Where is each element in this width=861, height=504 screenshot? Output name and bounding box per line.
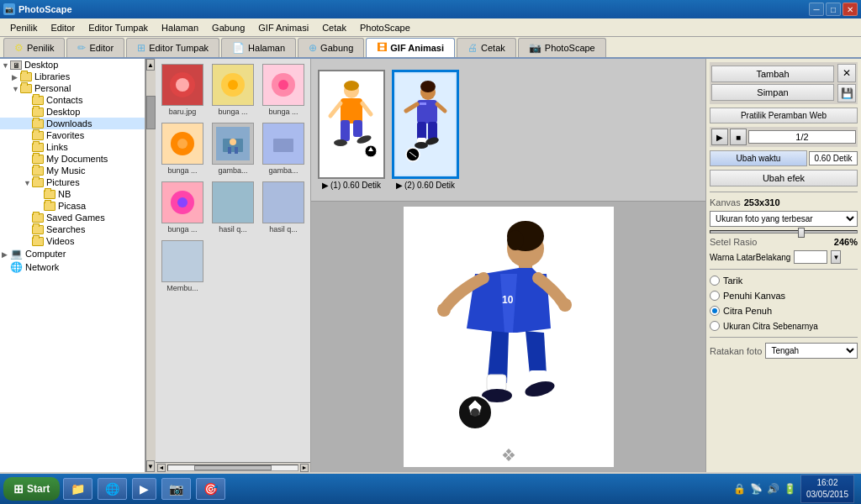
color-swatch[interactable] (794, 250, 827, 264)
color-dropdown-arrow[interactable]: ▼ (831, 250, 841, 264)
thumbnail-label: Membu... (161, 284, 204, 292)
menu-cetak[interactable]: Cetak (315, 21, 353, 34)
radio-ukuran-dot[interactable] (710, 321, 720, 331)
tree-item-saved-games[interactable]: Saved Games (0, 212, 145, 223)
tab-photoscape[interactable]: 📷 PhotoScape (518, 38, 606, 57)
tab-editor-tumpak[interactable]: ⊞ Editor Tumpak (126, 38, 219, 57)
tree-item-downloads[interactable]: Downloads (0, 118, 145, 129)
taskbar-app-explorer[interactable]: 📁 (63, 478, 92, 500)
list-item[interactable]: gamba... (260, 121, 307, 176)
tab-editor[interactable]: ✏ Editor (66, 38, 124, 57)
firefox-icon: 🌐 (105, 482, 119, 496)
radio-ukuran[interactable]: Ukuran Citra Sebenarnya (710, 320, 858, 332)
tray-icon-3[interactable]: 🔊 (767, 482, 780, 496)
taskbar-app-media[interactable]: ▶ (132, 478, 156, 500)
list-item[interactable]: gamba... (209, 121, 256, 176)
tree-item-pictures[interactable]: ▼ Pictures (0, 176, 145, 188)
hscroll-track[interactable] (167, 465, 298, 471)
align-dropdown[interactable]: Tengah Kiri Atas Kanan Atas (765, 343, 858, 359)
hscroll-left[interactable]: ◄ (157, 464, 166, 472)
tree-item-my-music[interactable]: My Music (0, 165, 145, 176)
tray-icon-2[interactable]: 📡 (750, 482, 763, 496)
scroll-thumb[interactable] (146, 96, 156, 129)
svg-point-16 (177, 197, 188, 207)
photo-size-dropdown[interactable]: Ukuran foto yang terbesar Ukuran foto ya… (710, 211, 858, 227)
list-item[interactable]: bunga ... (159, 180, 206, 235)
slider-track[interactable] (710, 230, 858, 234)
menu-penilik[interactable]: Penilik (3, 21, 44, 34)
gif-frame-1[interactable]: ▶ (1) 0.60 Detik (318, 70, 385, 190)
pratilik-button[interactable]: Pratilik Peramban Web (710, 108, 858, 123)
list-item[interactable]: bunga ... (159, 121, 206, 176)
clock[interactable]: 16:02 03/05/2015 (800, 475, 854, 503)
scroll-up-btn[interactable]: ▲ (146, 59, 155, 71)
tree-item-my-documents[interactable]: My Documents (0, 153, 145, 165)
list-item[interactable]: hasil q... (209, 180, 256, 235)
thumb-hscrollbar[interactable]: ◄ ► (156, 462, 310, 472)
delete-icon-button[interactable]: ✕ (837, 64, 856, 82)
tree-item-desktop-sub[interactable]: Desktop (0, 106, 145, 118)
list-item[interactable]: Membu... (159, 239, 206, 294)
close-button[interactable]: ✕ (843, 3, 858, 16)
menu-photoscape[interactable]: PhotoScape (353, 21, 417, 34)
tab-penilik[interactable]: ⚙ Penilik (3, 38, 65, 57)
minimize-button[interactable]: ─ (809, 3, 824, 16)
svg-rect-18 (267, 186, 300, 219)
slider-thumb[interactable] (798, 228, 805, 238)
menu-editor-tumpak[interactable]: Editor Tumpak (82, 21, 155, 34)
maximize-button[interactable]: □ (826, 3, 841, 16)
ubah-efek-button[interactable]: Ubah efek (710, 170, 858, 186)
taskbar-app-extra[interactable]: 🎯 (196, 478, 225, 500)
radio-penuhi-dot[interactable] (710, 291, 720, 301)
tree-item-computer[interactable]: ▶ 💻 Computer (0, 247, 145, 260)
tree-item-searches[interactable]: Searches (0, 223, 145, 235)
start-button[interactable]: ⊞ Start (3, 477, 60, 501)
taskbar-app-firefox[interactable]: 🌐 (98, 478, 127, 500)
menu-editor[interactable]: Editor (44, 21, 82, 34)
radio-citra-dot[interactable] (710, 306, 720, 316)
tab-halaman[interactable]: 📄 Halaman (221, 38, 296, 57)
tray-icon-1[interactable]: 🔒 (733, 482, 747, 496)
tree-item-nb[interactable]: NB (0, 188, 145, 200)
play-button[interactable]: ▶ (711, 129, 728, 145)
folder-icon (44, 190, 55, 199)
tambah-button[interactable]: Tambah (711, 66, 834, 82)
tree-item-contacts[interactable]: Contacts (0, 94, 145, 106)
tree-item-libraries[interactable]: ▶ Libraries (0, 71, 145, 82)
ubah-waktu-button[interactable]: Ubah waktu (710, 150, 807, 166)
tray-icon-4[interactable]: 🔋 (784, 482, 797, 496)
tree-item-picasa[interactable]: Picasa (0, 200, 145, 212)
radio-tarik-dot[interactable] (710, 276, 720, 286)
menu-halaman[interactable]: Halaman (155, 21, 205, 34)
tree-item-favorites[interactable]: Favorites (0, 129, 145, 141)
list-item[interactable]: bunga ... (209, 62, 256, 118)
tab-gif-animasi[interactable]: 🎞 GIF Animasi (366, 38, 455, 57)
hscroll-thumb[interactable] (194, 465, 272, 470)
save-icon-button[interactable]: 💾 (837, 84, 856, 102)
tree-item-links[interactable]: Links (0, 141, 145, 153)
tree-item-desktop[interactable]: ▼ 🖥 Desktop (0, 59, 145, 71)
tree-item-personal[interactable]: ▼ Personal (0, 82, 145, 94)
list-item[interactable]: hasil q... (260, 180, 307, 235)
radio-penuhi[interactable]: Penuhi Kanvas (710, 290, 858, 302)
stop-button[interactable]: ■ (730, 129, 747, 145)
radio-citra[interactable]: Citra Penuh (710, 305, 858, 317)
simpan-button[interactable]: Simpan (711, 84, 834, 101)
time-value-input[interactable] (809, 151, 858, 165)
menu-gabung[interactable]: Gabung (205, 21, 251, 34)
menu-gif-animasi[interactable]: GIF Animasi (251, 21, 315, 34)
gif-frame-2[interactable]: ▶ (2) 0.60 Detik (392, 70, 459, 190)
taskbar-app-photoscape[interactable]: 📷 (161, 478, 191, 500)
tree-item-network[interactable]: 🌐 Network (0, 260, 145, 274)
folder-icon (32, 119, 44, 129)
list-item[interactable]: baru.jpg (159, 62, 206, 118)
tree-scrollbar[interactable]: ▲ ▼ (145, 59, 156, 472)
tree-item-videos[interactable]: Videos (0, 235, 145, 247)
list-item[interactable]: bunga ... (260, 62, 307, 118)
tab-cetak[interactable]: 🖨 Cetak (457, 38, 516, 57)
scroll-down-btn[interactable]: ▼ (146, 460, 155, 472)
radio-tarik[interactable]: Tarik (710, 275, 858, 286)
tab-gabung[interactable]: ⊕ Gabung (298, 38, 364, 57)
hscroll-right[interactable]: ► (300, 464, 309, 472)
folder-icon (32, 108, 44, 117)
